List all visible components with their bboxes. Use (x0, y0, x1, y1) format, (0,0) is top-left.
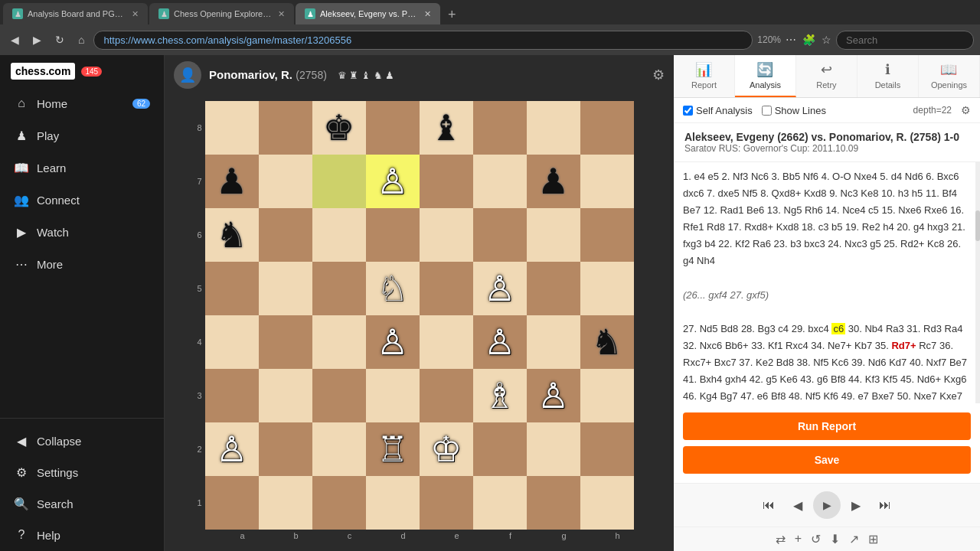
square-g4[interactable] (527, 315, 580, 369)
square-b4[interactable] (259, 315, 312, 369)
analysis-settings-button[interactable]: ⚙ (961, 104, 971, 116)
square-b6[interactable] (259, 208, 312, 262)
square-c6[interactable] (312, 208, 366, 262)
sidebar-item-play[interactable]: ♟ Play (3, 120, 161, 151)
address-bar[interactable] (93, 31, 753, 50)
square-h4[interactable]: ♞ (580, 315, 634, 369)
sidebar-item-more[interactable]: ⋯ More (3, 249, 161, 279)
square-h6[interactable] (580, 208, 634, 262)
sidebar-item-help[interactable]: ? Help (3, 520, 161, 550)
square-f5[interactable]: ♙ (473, 262, 527, 315)
first-move-button[interactable]: ⏮ (755, 494, 782, 517)
square-a8[interactable] (205, 101, 259, 155)
square-b3[interactable] (259, 369, 312, 422)
sidebar-item-learn[interactable]: 📖 Learn (3, 152, 161, 183)
square-b8[interactable] (259, 101, 312, 155)
tab-details[interactable]: ℹ Details (858, 55, 919, 97)
square-e7[interactable] (420, 155, 473, 208)
square-e4[interactable] (420, 315, 473, 369)
square-b5[interactable] (259, 262, 312, 315)
chess-board[interactable]: ♚♝♟♙♟♞♘♙♙♙♞♗♙♙♖♔ (205, 101, 634, 530)
sidebar-item-settings[interactable]: ⚙ Settings (3, 457, 161, 487)
show-lines-checkbox[interactable]: Show Lines (762, 105, 826, 116)
star-icon[interactable]: ☆ (822, 34, 831, 46)
sidebar-item-connect[interactable]: 👥 Connect (3, 184, 161, 215)
square-a3[interactable] (205, 369, 259, 422)
square-h1[interactable] (580, 476, 634, 530)
square-a1[interactable] (205, 476, 259, 530)
download-icon[interactable]: ⬇ (830, 532, 840, 546)
square-e3[interactable] (420, 369, 473, 422)
square-a4[interactable] (205, 315, 259, 369)
square-g3[interactable]: ♙ (527, 369, 580, 422)
square-b7[interactable] (259, 155, 312, 208)
run-report-button[interactable]: Run Report (683, 412, 971, 440)
home-button[interactable]: ⌂ (74, 32, 89, 47)
square-d3[interactable] (366, 369, 420, 422)
square-d8[interactable] (366, 101, 420, 155)
browser-search-input[interactable] (836, 31, 974, 50)
tab-report[interactable]: 📊 Report (674, 55, 735, 97)
prev-move-button[interactable]: ◀ (786, 494, 810, 517)
square-c4[interactable] (312, 315, 366, 369)
play-button[interactable]: ▶ (813, 491, 841, 519)
square-d7[interactable]: ♙ (366, 155, 420, 208)
moves-scrollbar[interactable] (975, 162, 980, 403)
square-a7[interactable]: ♟ (205, 155, 259, 208)
board-settings-button[interactable]: ⚙ (652, 67, 665, 83)
square-g5[interactable] (527, 262, 580, 315)
tab-analysis[interactable]: ♟ Analysis Board and PGN... ✕ (3, 3, 148, 24)
tab-close-1[interactable]: ✕ (132, 9, 139, 19)
square-e2[interactable]: ♔ (420, 422, 473, 476)
square-c3[interactable] (312, 369, 366, 422)
square-d4[interactable]: ♙ (366, 315, 420, 369)
square-b2[interactable] (259, 422, 312, 476)
square-d6[interactable] (366, 208, 420, 262)
share-icon[interactable]: ↗ (849, 532, 859, 546)
save-button[interactable]: Save (683, 446, 971, 474)
square-c8[interactable]: ♚ (312, 101, 366, 155)
show-lines-input[interactable] (762, 106, 772, 116)
tab-retry[interactable]: ↩ Retry (796, 55, 858, 97)
square-f8[interactable] (473, 101, 527, 155)
self-analysis-checkbox[interactable]: Self Analysis (683, 105, 753, 116)
extensions-icon[interactable]: 🧩 (802, 34, 815, 46)
last-move-button[interactable]: ⏭ (871, 494, 899, 517)
moves-area[interactable]: 1. e4 e5 2. Nf3 Nc6 3. Bb5 Nf6 4. O-O Nx… (674, 162, 980, 403)
square-f2[interactable] (473, 422, 527, 476)
tab-analysis[interactable]: 🔄 Analysis (735, 55, 796, 97)
square-g7[interactable]: ♟ (527, 155, 580, 208)
tab-close-3[interactable]: ✕ (424, 9, 431, 19)
square-h8[interactable] (580, 101, 634, 155)
square-h3[interactable] (580, 369, 634, 422)
square-d5[interactable]: ♘ (366, 262, 420, 315)
square-e8[interactable]: ♝ (420, 101, 473, 155)
square-c5[interactable] (312, 262, 366, 315)
square-g6[interactable] (527, 208, 580, 262)
tab-game[interactable]: ♟ Alekseev, Evgeny vs. Ponomar... ✕ (296, 3, 440, 24)
tab-opening[interactable]: ♟ Chess Opening Explorer & Da... ✕ (149, 3, 294, 24)
grid-icon[interactable]: ⊞ (868, 532, 878, 546)
square-e5[interactable] (420, 262, 473, 315)
square-h2[interactable] (580, 422, 634, 476)
sidebar-item-search[interactable]: 🔍 Search (3, 488, 161, 519)
square-c7[interactable] (312, 155, 366, 208)
flip-board-icon[interactable]: ⇄ (776, 532, 786, 546)
tab-openings[interactable]: 📖 Openings (919, 55, 980, 97)
square-g8[interactable] (527, 101, 580, 155)
square-f7[interactable] (473, 155, 527, 208)
tab-close-2[interactable]: ✕ (278, 9, 285, 19)
add-move-icon[interactable]: + (795, 532, 802, 546)
square-a5[interactable] (205, 262, 259, 315)
square-g1[interactable] (527, 476, 580, 530)
sidebar-item-watch[interactable]: ▶ Watch (3, 217, 161, 247)
square-c1[interactable] (312, 476, 366, 530)
square-d1[interactable] (366, 476, 420, 530)
square-b1[interactable] (259, 476, 312, 530)
next-move-button[interactable]: ▶ (844, 494, 868, 517)
square-a2[interactable]: ♙ (205, 422, 259, 476)
square-e1[interactable] (420, 476, 473, 530)
back-button[interactable]: ◀ (6, 32, 24, 47)
square-e6[interactable] (420, 208, 473, 262)
square-f1[interactable] (473, 476, 527, 530)
